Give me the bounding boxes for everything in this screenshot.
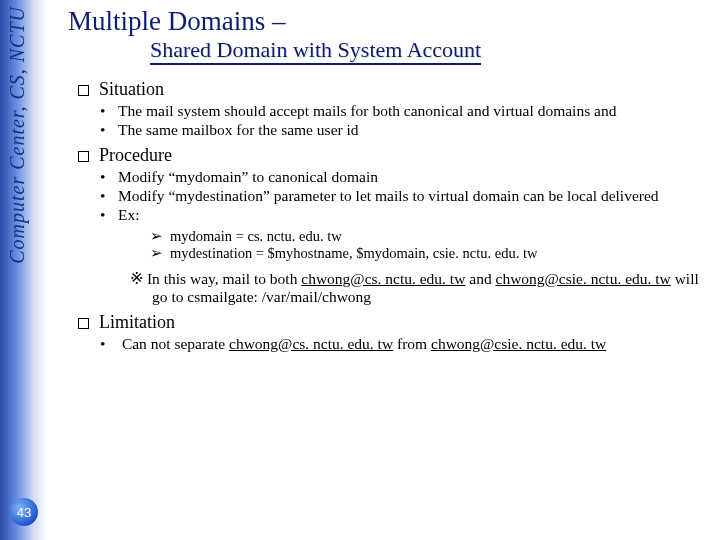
slide-title: Multiple Domains – — [68, 6, 714, 37]
box-bullet-icon — [78, 85, 89, 96]
example-list: mydomain = cs. nctu. edu. tw mydestinati… — [170, 228, 714, 262]
list-item: Modify “mydestination” parameter to let … — [118, 187, 714, 205]
situation-heading-text: Situation — [99, 79, 164, 99]
procedure-heading: Procedure — [78, 145, 714, 166]
slide-subtitle: Shared Domain with System Account — [150, 37, 481, 65]
list-item: mydestination = $myhostname, $mydomain, … — [170, 245, 714, 262]
situation-list: The mail system should accept mails for … — [118, 102, 714, 139]
list-item: The same mailbox for the same user id — [118, 121, 714, 139]
sidebar-gradient: Computer Center, CS, NCTU — [0, 0, 48, 540]
procedure-list: Modify “mydomain” to canonical domain Mo… — [118, 168, 714, 224]
list-item: Modify “mydomain” to canonical domain — [118, 168, 714, 186]
limitation-heading: Limitation — [78, 312, 714, 333]
box-bullet-icon — [78, 318, 89, 329]
sidebar-label: Computer Center, CS, NCTU — [6, 6, 29, 264]
note-prefix: ※ In this way, mail to both — [130, 270, 301, 287]
list-item: Can not separate chwong@cs. nctu. edu. t… — [118, 335, 714, 353]
list-item: The mail system should accept mails for … — [118, 102, 714, 120]
limitation-heading-text: Limitation — [99, 312, 175, 332]
limitation-email-1: chwong@cs. nctu. edu. tw — [229, 335, 393, 352]
situation-heading: Situation — [78, 79, 714, 100]
note-mid: and — [465, 270, 495, 287]
limitation-mid: from — [393, 335, 431, 352]
box-bullet-icon — [78, 151, 89, 162]
limitation-list: Can not separate chwong@cs. nctu. edu. t… — [118, 335, 714, 353]
slide-content: Multiple Domains – Shared Domain with Sy… — [60, 0, 714, 357]
procedure-heading-text: Procedure — [99, 145, 172, 165]
limitation-email-2: chwong@csie. nctu. edu. tw — [431, 335, 606, 352]
note-email-2: chwong@csie. nctu. edu. tw — [496, 270, 671, 287]
note-email-1: chwong@cs. nctu. edu. tw — [301, 270, 465, 287]
page-number-badge: 43 — [10, 498, 38, 526]
note-line: ※ In this way, mail to both chwong@cs. n… — [130, 270, 714, 306]
limitation-prefix: Can not separate — [122, 335, 229, 352]
list-item: Ex: — [118, 206, 714, 224]
list-item: mydomain = cs. nctu. edu. tw — [170, 228, 714, 245]
